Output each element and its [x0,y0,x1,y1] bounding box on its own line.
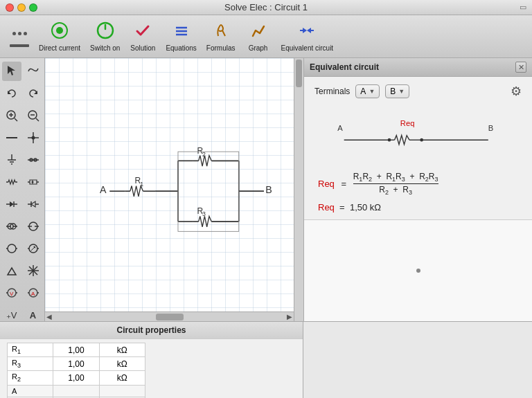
tool-diode[interactable] [2,195,21,214]
scroll-thumb-vertical[interactable] [296,60,302,87]
svg-text:A: A [100,184,107,195]
tool-circle-dots[interactable] [2,239,21,258]
toolbar-equivalent-circuit[interactable]: Equivalent circuit [277,18,338,55]
circuit-canvas[interactable]: A B R 1 R 2 [45,58,303,321]
svg-text:A: A [337,124,343,132]
svg-marker-41 [31,201,35,207]
right-panel: Equivalent circuit ✕ Terminals A ▼ B ▼ ⚙… [303,58,532,321]
tool-diode2[interactable] [24,195,43,214]
tool-zoom-in[interactable] [2,106,21,125]
canvas-scrollbar-vertical[interactable] [294,58,303,321]
tool-ammeter[interactable]: A [24,283,43,302]
toolbar-formulas[interactable]: Formulas [202,18,240,55]
svg-marker-8 [307,28,311,33]
scroll-thumb-horizontal[interactable] [156,314,184,320]
svg-text:B: B [488,124,493,132]
prop-label-r3: R3 [8,357,53,371]
switch-on-label: Switch on [90,44,120,52]
prop-value-a[interactable] [53,385,99,397]
equiv-circuit-svg: A Req B [321,113,515,161]
tool-node-special[interactable] [24,150,43,170]
terminal-a-value: A [360,87,366,96]
tool-star[interactable] [24,261,43,280]
close-button[interactable] [6,3,14,12]
tool-component2[interactable] [24,172,43,192]
prop-unit-r3: kΩ [99,357,145,371]
prop-label-a: A [8,385,53,397]
tool-wire-cross[interactable] [24,128,43,147]
formulas-icon [211,21,231,43]
tool-voltmeter[interactable]: V [2,283,21,302]
title-bar: Solve Elec : Circuit 1 ▭ [0,0,532,15]
formula-denominator: R2 + R3 [379,184,412,196]
tool-node-down[interactable] [2,150,21,170]
equations-icon [172,21,191,43]
toolbar-equations[interactable]: Equations [161,18,200,55]
svg-marker-7 [303,28,307,33]
table-row: R2 1,00 kΩ [8,371,145,385]
scroll-right-arrow[interactable]: ▶ [287,313,292,320]
graph-icon [249,21,268,43]
tool-resistor[interactable] [2,172,21,192]
toolbar-switch-on[interactable]: Switch on [86,18,124,55]
right-panel-header: Equivalent circuit ✕ [304,58,532,77]
svg-point-50 [8,244,16,253]
tool-circle-arrow[interactable] [24,239,43,258]
settings-button[interactable]: ⚙ [511,84,522,99]
window-controls [6,3,37,12]
tool-rotate-left[interactable] [2,84,21,103]
formula-equals: = [339,179,349,189]
svg-text:A: A [31,291,35,297]
tool-rotate-right[interactable] [24,84,43,103]
formula-req-label: Req [318,179,335,189]
circuit-properties: Circuit properties R1 1,00 kΩ R3 1,00 kΩ… [0,322,303,398]
toolbar-graph[interactable]: Graph [241,18,276,55]
equiv-diagram: A Req B [304,106,532,168]
right-panel-title: Equivalent circuit [310,62,379,72]
tool-capacitor[interactable] [2,217,21,236]
tool-capacitor2[interactable] [24,217,43,236]
svg-text:Req: Req [400,119,414,127]
formula-result: Req = 1,50 kΩ [318,202,518,212]
svg-text:V: V [10,291,14,297]
tool-zoom-out[interactable] [24,106,43,125]
terminal-b-select[interactable]: B ▼ [385,84,409,98]
table-row: R3 1,00 kΩ [8,357,145,371]
toolbar-solution[interactable]: Solution [125,18,160,55]
svg-marker-37 [10,201,14,207]
svg-line-17 [36,118,39,121]
tool-select[interactable] [2,62,21,81]
bottom-section: Circuit properties R1 1,00 kΩ R3 1,00 kΩ… [0,321,532,398]
terminal-a-arrow: ▼ [369,88,375,95]
svg-point-1 [56,27,63,34]
svg-text:B: B [265,184,272,195]
solution-label: Solution [130,44,155,52]
circuit-props-title: Circuit properties [0,322,303,339]
center-dot [416,269,420,273]
scroll-left-arrow[interactable]: ◀ [46,313,52,320]
right-panel-close[interactable]: ✕ [515,62,526,73]
window-resize-icon[interactable]: ▭ [520,3,526,12]
tool-wire[interactable] [24,62,43,81]
prop-value-r2[interactable]: 1,00 [53,371,99,385]
canvas-scrollbar-horizontal[interactable]: ◀ ▶ [45,311,294,321]
prop-value-r3[interactable]: 1,00 [53,357,99,371]
toolbar-direct-current[interactable]: Direct current [35,18,85,55]
props-table: R1 1,00 kΩ R3 1,00 kΩ R2 1,00 kΩ A [7,343,145,398]
minimize-button[interactable] [17,3,26,12]
table-row-a: A [8,385,145,397]
prop-unit-r2: kΩ [99,371,145,385]
bottom-right-empty [303,322,532,398]
maximize-button[interactable] [29,3,37,12]
toolbar-dots[interactable] [6,24,33,50]
terminal-b-arrow: ▼ [398,88,405,95]
svg-text:3: 3 [202,210,206,217]
terminal-a-select[interactable]: A ▼ [355,84,380,98]
tool-wire-h[interactable] [2,128,21,147]
equivalent-circuit-label: Equivalent circuit [281,44,334,52]
tool-triangle[interactable] [2,261,21,280]
prop-value-r1[interactable]: 1,00 [53,343,99,357]
formula-fraction: R1R2 + R1R3 + R2R3 R2 + R3 [353,172,438,197]
formula-req-line: Req = R1R2 + R1R3 + R2R3 R2 + R3 [318,172,518,197]
formula-area: Req = R1R2 + R1R3 + R2R3 R2 + R3 Req = 1… [304,168,532,219]
